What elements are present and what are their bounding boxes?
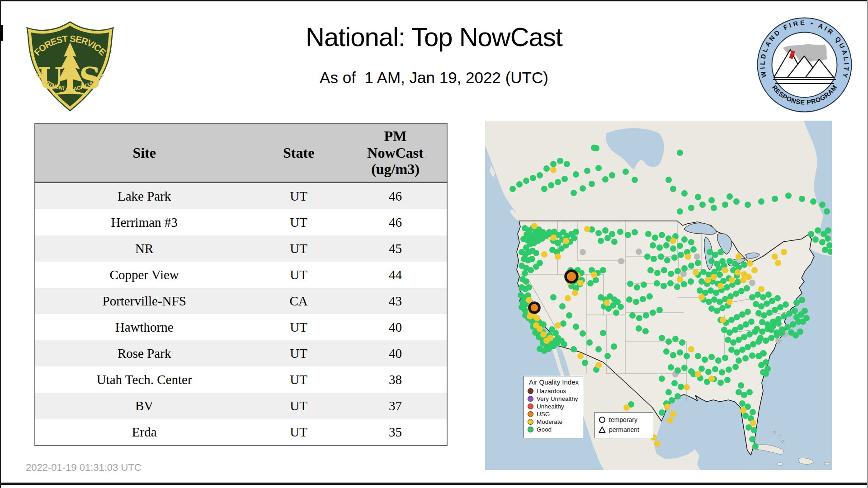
monitor-dot — [695, 353, 701, 359]
monitor-dot — [705, 277, 711, 283]
table-cell: 37 — [344, 393, 447, 419]
monitor-dot — [717, 380, 724, 386]
monitor-dot — [793, 300, 800, 306]
monitor-dot — [741, 271, 747, 277]
report-page: FOREST SERVICE DEPARTMENT OF AGRICULTURE… — [0, 0, 868, 488]
monitor-dot — [647, 267, 654, 273]
monitor-dot — [509, 186, 516, 192]
monitor-dot — [670, 352, 676, 358]
monitor-dot — [604, 300, 610, 306]
monitor-dot — [598, 238, 604, 244]
monitor-dot — [819, 239, 826, 245]
legend-item-temporary: temporary — [599, 415, 650, 425]
monitor-dot — [729, 277, 735, 283]
monitor-dot — [582, 360, 588, 366]
monitor-dot — [781, 313, 787, 319]
monitor-dot — [721, 327, 727, 333]
table-row: BVUT37 — [35, 393, 447, 419]
monitor-dot — [550, 294, 557, 300]
monitor-dot — [618, 304, 624, 310]
table-cell: Herriman #3 — [35, 209, 253, 235]
monitor-dot — [659, 375, 665, 382]
monitor-dot — [530, 175, 536, 181]
monitor-dot — [772, 307, 778, 313]
monitor-dot — [792, 308, 798, 314]
monitor-dot — [659, 232, 665, 238]
monitor-dot — [758, 286, 764, 292]
monitor-dot — [744, 285, 750, 291]
monitor-dot — [550, 161, 557, 167]
monitor-dot — [774, 332, 780, 338]
monitor-dot — [685, 253, 691, 260]
aqi-swatch-icon — [528, 396, 533, 402]
monitor-dot — [812, 236, 819, 243]
monitor-dot — [799, 297, 805, 303]
monitor-dot — [749, 294, 755, 300]
monitor-dot — [516, 181, 523, 188]
aqi-legend-label: Hazardous — [537, 388, 566, 394]
monitor-dot — [678, 252, 684, 258]
monitor-dot — [716, 265, 722, 272]
monitor-dot — [722, 267, 728, 273]
monitor-dot — [803, 315, 810, 321]
monitor-dot — [726, 193, 733, 200]
aqi-legend-item: Moderate — [528, 418, 580, 426]
table-cell: 45 — [344, 235, 447, 262]
table-cell: 40 — [344, 340, 447, 366]
monitor-dot — [526, 284, 532, 291]
monitor-dot — [747, 260, 753, 267]
monitor-dot — [711, 205, 717, 211]
table-cell: 44 — [344, 262, 447, 288]
monitor-dot — [633, 299, 639, 305]
monitor-dot — [679, 339, 685, 346]
aqi-swatch-icon — [528, 427, 533, 432]
monitor-dot — [748, 319, 755, 325]
monitor-dot — [670, 238, 676, 244]
monitor-dot — [557, 158, 563, 164]
table-row: Lake ParkUT46 — [35, 183, 447, 210]
monitor-dot — [769, 298, 775, 304]
monitor-dot — [724, 284, 730, 291]
monitor-dot — [777, 304, 783, 310]
monitor-dot — [555, 179, 561, 185]
monitor-dot — [822, 247, 828, 253]
aqi-legend-label: Very Unhealthy — [537, 395, 578, 402]
monitor-dot — [695, 371, 701, 377]
monitor-dot — [629, 312, 636, 319]
monitor-dot — [741, 262, 747, 268]
monitor-dot — [561, 341, 567, 347]
monitor-dot — [654, 280, 660, 286]
monitor-dot — [755, 338, 762, 345]
monitor-dot — [697, 287, 703, 294]
monitor-dot — [675, 367, 681, 374]
table-cell: UT — [253, 183, 344, 210]
monitor-dot — [700, 269, 707, 275]
monitor-dot — [670, 411, 676, 417]
aqi-swatch-icon — [528, 411, 533, 417]
table-cell: UT — [253, 340, 344, 366]
monitor-dot — [595, 346, 602, 352]
monitor-dot — [726, 329, 733, 336]
monitor-dot — [758, 303, 764, 310]
monitor-dot — [661, 267, 667, 273]
monitor-dot — [702, 357, 708, 363]
table-cell: Hawthorne — [35, 314, 253, 340]
monitor-dot — [770, 323, 776, 329]
monitor-dot — [752, 443, 759, 450]
monitor-dot — [717, 272, 723, 278]
monitor-dot — [523, 178, 529, 184]
aqi-legend: Air Quality Index HazardousVery Unhealth… — [524, 376, 583, 438]
monitor-dot — [587, 280, 594, 286]
monitor-dot — [580, 330, 586, 337]
monitor-dot — [726, 299, 733, 305]
monitor-dot — [725, 337, 731, 343]
monitor-dot — [670, 245, 676, 252]
monitor-dot — [675, 268, 681, 274]
aqi-legend-label: Good — [537, 426, 552, 433]
monitor-dot — [523, 278, 529, 285]
monitor-dot — [713, 290, 719, 296]
monitor-dot — [711, 274, 717, 280]
table-row: Porterville-NFSCA43 — [35, 288, 447, 314]
monitor-dot — [671, 380, 678, 386]
monitor-dot — [565, 295, 571, 301]
